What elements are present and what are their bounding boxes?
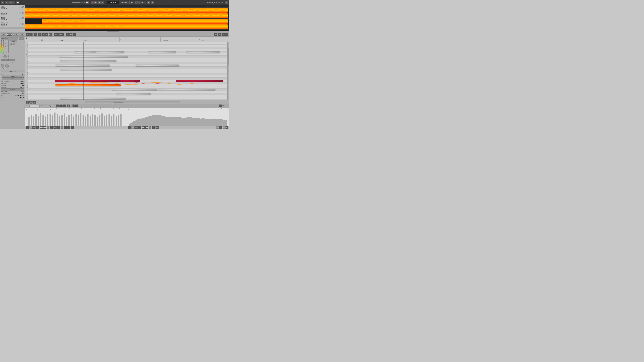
bypass-btn[interactable]: Bypass — [222, 105, 228, 107]
h-btn-9[interactable]: ◁ — [64, 126, 67, 129]
sp-btn-2[interactable]: ◁ — [134, 126, 138, 129]
tab-harmonics[interactable]: Harmonics — [30, 105, 39, 107]
tool-pointer[interactable]: ↖ — [26, 33, 29, 36]
mt-track-picking-gtr[interactable] — [25, 24, 229, 30]
speaker-icon[interactable]: ♪ — [12, 1, 16, 4]
multitrack-hscrollbar[interactable] — [25, 31, 229, 32]
bottom-tool-6[interactable]: ▭ — [75, 104, 78, 107]
bottom-tool-1[interactable]: ⬚ — [56, 104, 59, 107]
sp-btn-3[interactable]: ▷ — [138, 126, 141, 129]
note-off-btn[interactable]: Note Off — [1, 88, 24, 90]
channel-select[interactable]: 1-2 — [19, 38, 24, 40]
track-check-strings[interactable] — [22, 18, 24, 19]
master-s-btn[interactable]: S — [12, 43, 15, 45]
note-blob-8[interactable] — [60, 69, 112, 71]
time-sig-display[interactable]: 4/4 — [130, 1, 134, 4]
stop-btn[interactable]: ⏹ — [94, 1, 98, 4]
track-check-bass[interactable] — [22, 7, 24, 8]
play-btn[interactable]: ▶ — [98, 1, 101, 4]
settings-icon[interactable]: ⚙ — [8, 1, 12, 4]
note-blob-10[interactable] — [120, 80, 140, 82]
note-blob-16[interactable] — [60, 98, 126, 99]
tab-track[interactable]: Track — [1, 33, 6, 36]
expand-icon[interactable]: ⊟ — [225, 1, 228, 4]
tool-time1[interactable]: ↔ — [42, 33, 45, 36]
tab-eq[interactable]: EQ — [44, 105, 48, 107]
key-display[interactable]: G Minor — [120, 1, 128, 4]
h-btn-num-3[interactable]: 3 — [71, 126, 74, 129]
tool-timing[interactable]: ⇆ — [69, 33, 72, 36]
ne-bottom-1[interactable]: ⊟ — [26, 101, 29, 104]
note-hscrollbar[interactable] — [85, 102, 180, 103]
h-btn-7[interactable]: ◁ — [50, 126, 53, 129]
master-m-btn[interactable]: M — [10, 43, 12, 45]
sp-key-d[interactable]: D — [226, 126, 228, 129]
track-check-picking[interactable] — [22, 23, 24, 25]
view-options-3[interactable]: ⊡ — [222, 33, 225, 36]
note-blob-4[interactable] — [59, 56, 128, 58]
tab-project[interactable]: Project — [12, 33, 19, 36]
h-btn-num[interactable]: 1 — [57, 126, 60, 129]
note-blob-6[interactable] — [55, 65, 110, 66]
tab-file[interactable]: File — [20, 33, 24, 36]
h-btn-3[interactable]: ◁ — [32, 126, 36, 129]
pitch-knob[interactable] — [1, 64, 4, 68]
bottom-tool-3[interactable]: ○ — [63, 104, 66, 107]
note-blob-11[interactable] — [176, 80, 223, 82]
ne-bottom-2[interactable]: ⊡ — [30, 101, 32, 104]
tab-synth[interactable]: Synth — [48, 105, 54, 107]
note-blob-12[interactable] — [55, 84, 121, 86]
view-options-1[interactable]: ⊟ — [214, 33, 218, 36]
sp-btn-1[interactable]: ◁ — [128, 126, 131, 129]
sp-btn-5[interactable]: ◀◀ — [145, 126, 148, 129]
note-blob-9[interactable] — [55, 80, 121, 82]
apply-offsets-btn[interactable]: Apply Offsets — [1, 70, 24, 72]
ne-bottom-3[interactable]: ◈ — [33, 101, 36, 104]
track-mute-lead[interactable]: M — [1, 13, 3, 15]
metronome-icon[interactable]: ♩ — [135, 1, 138, 4]
selected-track-name[interactable]: lead vocal — [1, 37, 18, 40]
tempo-display[interactable]: 83.00 — [140, 1, 146, 4]
note-blob-14[interactable] — [157, 89, 216, 91]
h-btn-1[interactable]: ◁ — [26, 126, 29, 129]
chart-icon[interactable]: 📊 — [16, 1, 19, 4]
bottom-tool-5[interactable]: ▷ — [72, 104, 75, 107]
track-solo-picking[interactable]: S — [3, 24, 5, 26]
tool-pitch-mod[interactable]: ⤴ — [66, 33, 69, 36]
view-options-2[interactable]: ⊞ — [218, 33, 221, 36]
note-blob-3[interactable] — [186, 51, 220, 53]
tab-hi[interactable]: Hi — [40, 105, 43, 107]
harmonics-gear-icon[interactable]: ⚙ — [26, 108, 27, 110]
mt-track-bass[interactable] — [25, 8, 229, 13]
note-blob-5[interactable] — [60, 60, 116, 62]
loop-marker[interactable]: ⬜ — [86, 1, 89, 4]
track-mute-strings[interactable]: M — [1, 19, 3, 20]
tool-select[interactable]: ⬚ — [34, 33, 38, 36]
spectrum-gear-icon[interactable]: ⚙ — [128, 108, 130, 110]
h-btn-8[interactable]: ▷ — [54, 126, 56, 129]
mt-track-strings[interactable] — [25, 19, 229, 24]
note-blob-13[interactable] — [112, 89, 157, 91]
sync-icon[interactable]: ⇄ — [151, 1, 154, 4]
bottom-tool-4[interactable]: ◎ — [67, 104, 70, 107]
note-blob-0[interactable] — [74, 51, 96, 53]
tab-note[interactable]: Note — [7, 33, 12, 36]
record-btn[interactable]: ⏺ — [91, 1, 94, 4]
track-solo-strings[interactable]: S — [3, 19, 5, 20]
tool-stretch[interactable]: ⟷ — [49, 33, 52, 36]
tempo-tap[interactable]: ◉ — [147, 1, 150, 4]
note-blob-2[interactable] — [148, 51, 176, 53]
tool-amplitude[interactable]: ↕ — [73, 33, 76, 36]
track-mute-bass[interactable]: M — [1, 8, 3, 9]
tab-lo[interactable]: Lo — [26, 105, 30, 107]
bypass-indicator[interactable]: ○ — [219, 104, 222, 107]
sp-btn-7[interactable]: ▷ — [156, 126, 159, 129]
track-solo-lead[interactable]: S — [3, 13, 5, 15]
h-btn-10[interactable]: ▷ — [67, 126, 70, 129]
tool-cut[interactable]: ✂ — [38, 33, 41, 36]
tool-time2[interactable]: ⇔ — [45, 33, 48, 36]
note-blob-1[interactable] — [96, 51, 124, 53]
master-select[interactable]: Master — [10, 41, 17, 43]
note-blob-7[interactable] — [135, 65, 179, 66]
volume-fader[interactable] — [8, 41, 9, 53]
